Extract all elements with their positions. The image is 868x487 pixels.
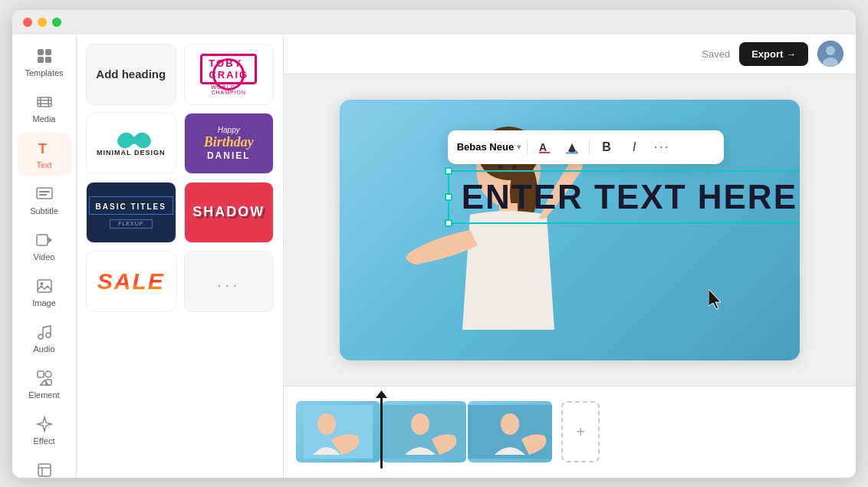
sidebar-label-templates: Templates [25,68,63,77]
toby-craig-circle: TOBY CRAIG WORLD CHAMPION [212,58,245,90]
card-more[interactable]: ... [184,251,275,312]
sidebar-label-text: Text [36,160,51,169]
minimize-button[interactable] [38,18,47,27]
card-shadow[interactable]: SHADOW [184,182,275,243]
sidebar-label-effect: Effect [34,436,55,446]
card-toby-craig[interactable]: TOBY CRAIG WORLD CHAMPION [184,44,275,105]
handle-top-left[interactable] [445,167,452,175]
more-dots-label: ... [217,271,240,291]
sidebar-item-video[interactable]: Video [18,225,71,268]
birthday-name-text: DANIEL [207,150,251,161]
svg-text:A: A [539,141,547,153]
avatar[interactable] [817,41,843,67]
timeline-clip-2[interactable] [382,401,466,462]
svg-marker-42 [709,289,721,309]
italic-button[interactable]: I [623,137,645,158]
add-clip-button[interactable]: + [561,401,600,462]
text-card-grid: Add heading TOBY CRAIG WORLD CHAMPION [86,44,274,312]
basic-title-border: BASIC TITLES [89,196,173,215]
clip-bg-2 [382,401,466,462]
toby-craig-top-text: TOBY CRAIG [200,54,257,84]
card-minimal-design[interactable]: MINIMAL DESIGN [86,113,176,174]
svg-rect-41 [566,152,578,153]
svg-rect-12 [39,194,47,196]
svg-rect-2 [38,57,44,63]
sidebar-item-subtitle[interactable]: Subtitle [18,179,71,222]
sidebar-item-effect[interactable]: Effect [18,409,71,452]
app-body: Templates Media [12,35,856,478]
add-heading-label: Add heading [96,67,166,81]
effect-icon [35,415,54,433]
text-selection-box[interactable]: ENTER TEXT HERE [448,170,800,224]
font-dropdown-chevron: ▾ [517,143,521,151]
film-icon [35,93,54,111]
handle-middle-left[interactable] [445,193,452,201]
tools-icon [35,461,54,478]
title-bar [12,10,856,35]
sidebar-label-media: Media [33,114,56,123]
sidebar-item-templates[interactable]: Templates [18,41,71,84]
card-basic-titles[interactable]: BASIC TITLES FLEXUP [86,182,176,243]
fill-color-button[interactable] [561,137,583,158]
svg-point-16 [40,282,43,285]
font-toolbar: Bebas Neue ▾ A [448,130,724,164]
svg-rect-1 [45,49,51,55]
font-name: Bebas Neue [457,141,514,153]
timeline-clip-1[interactable] [296,401,380,462]
handle-bottom-left[interactable] [445,219,452,227]
maximize-button[interactable] [52,18,61,27]
clip-bg-1 [296,401,380,462]
bow-graphic [117,130,145,147]
svg-rect-11 [39,191,50,192]
divider-2 [589,140,590,155]
card-sale[interactable]: SALE [86,251,176,312]
export-button[interactable]: Export → [739,42,808,66]
sidebar-item-media[interactable]: Media [18,87,71,130]
svg-line-19 [43,326,51,327]
timeline-playhead[interactable] [380,395,383,469]
main-toolbar: Saved Export → [284,35,856,74]
card-add-heading[interactable]: Add heading [86,44,176,105]
sidebar-item-tools[interactable]: Tools [18,455,71,478]
sidebar-item-text[interactable]: T Text [18,133,71,176]
birthday-word-text: Birthday [204,134,254,150]
video-icon [35,231,54,249]
svg-point-46 [411,413,429,435]
app-window: Templates Media [12,10,856,478]
svg-rect-8 [48,97,49,107]
svg-text:T: T [38,141,47,156]
svg-point-17 [38,334,43,339]
sidebar-label-video: Video [34,252,55,262]
close-button[interactable] [23,18,32,27]
svg-point-31 [826,46,835,55]
canvas[interactable]: Bebas Neue ▾ A [340,100,800,360]
sidebar-item-image[interactable]: Image [18,271,71,314]
basic-sub-text: FLEXUP [118,221,143,226]
svg-rect-6 [38,103,51,104]
minimal-inner: MINIMAL DESIGN [97,130,165,156]
svg-rect-4 [38,97,51,107]
svg-point-18 [46,333,51,337]
svg-point-21 [45,371,51,377]
sidebar-label-audio: Audio [33,344,54,354]
more-dots-icon: ··· [654,139,670,155]
clip-bg-3 [468,401,552,462]
text-panel: Add heading TOBY CRAIG WORLD CHAMPION [77,35,284,478]
canvas-wrapper: Bebas Neue ▾ A [284,74,856,386]
more-options-button[interactable]: ··· [651,137,672,158]
font-selector[interactable]: Bebas Neue ▾ [457,141,521,153]
cursor [709,289,727,311]
text-color-button[interactable]: A [534,137,555,158]
timeline-clip-3[interactable] [468,401,552,462]
bold-button[interactable]: B [596,137,617,158]
svg-rect-13 [37,235,48,245]
basic-diamond-shape: FLEXUP [110,219,153,229]
svg-rect-24 [38,464,51,476]
svg-rect-5 [38,100,51,101]
card-birthday[interactable]: Happy Birthday DANIEL [184,113,275,174]
sidebar-label-subtitle: Subtitle [30,206,58,216]
toby-craig-sub-text: WORLD CHAMPION [211,84,246,95]
sidebar-item-audio[interactable]: Audio [18,317,71,360]
canvas-text[interactable]: ENTER TEXT HERE [449,172,800,222]
sidebar-item-element[interactable]: Element [18,363,71,406]
